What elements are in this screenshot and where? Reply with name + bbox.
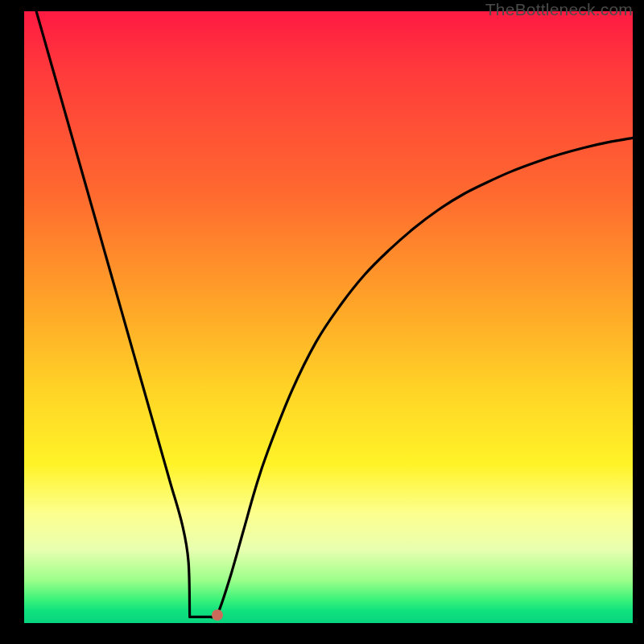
chart-frame: TheBottleneck.com — [0, 0, 644, 644]
watermark-text: TheBottleneck.com — [485, 0, 633, 19]
minimum-marker-dot — [212, 609, 223, 621]
bottleneck-curve-path — [36, 11, 633, 617]
bottleneck-curve-svg — [24, 11, 633, 623]
